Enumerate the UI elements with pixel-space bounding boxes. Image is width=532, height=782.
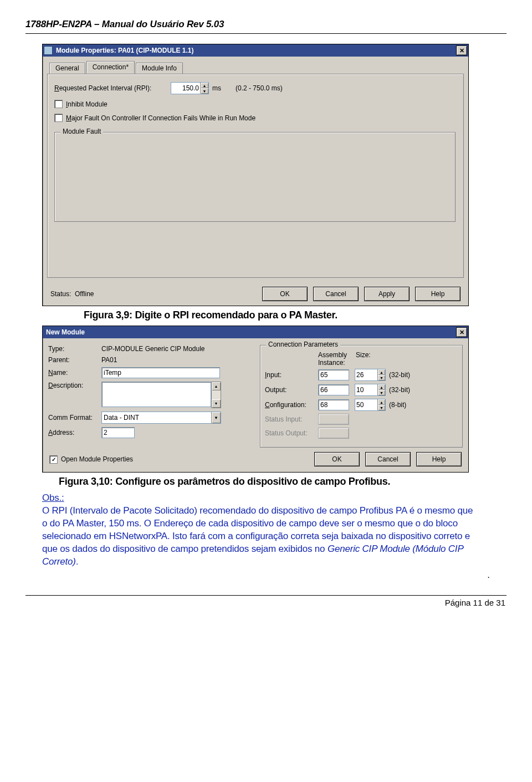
input-instance[interactable] (318, 369, 349, 380)
figure-caption-1: Figura 3,9: Digite o RPI recomendado par… (84, 309, 507, 321)
new-module-window: New Module ✕ Type: CIP-MODULE Generic CI… (42, 326, 469, 473)
rpi-input[interactable] (171, 83, 200, 94)
obs-label: Obs.: (42, 492, 71, 505)
major-fault-label: Major Fault On Controller If Connection … (66, 114, 255, 122)
config-label: Configuration: (265, 401, 318, 409)
input-size[interactable] (355, 369, 377, 380)
open-module-properties-label: Open Module Properties (61, 455, 133, 463)
output-label: Output: (265, 386, 318, 394)
rpi-label: Requested Packet Interval (RPI): (54, 84, 171, 92)
type-label: Type: (48, 345, 101, 353)
config-unit: (8-bit) (389, 401, 406, 409)
figure-caption-2: Figura 3,10: Configure os parâmetros do … (59, 476, 507, 488)
module-fault-groupbox: Module Fault (54, 132, 456, 222)
name-input[interactable] (101, 367, 220, 378)
inhibit-checkbox[interactable] (54, 100, 63, 108)
comm-format-combo[interactable]: ▼ (101, 412, 221, 424)
status-output-label: Status Output: (265, 429, 318, 437)
parent-value: PA01 (101, 356, 117, 364)
spin-down-icon[interactable]: ▼ (377, 375, 385, 380)
spin-up-icon[interactable]: ▲ (377, 369, 385, 375)
spin-up-icon[interactable]: ▲ (200, 83, 208, 88)
footer-rule (25, 595, 507, 596)
comm-format-input[interactable] (102, 412, 211, 423)
connection-parameters-groupbox: Connection Parameters Assembly Instance:… (260, 345, 463, 448)
status-input-instance (318, 414, 349, 425)
module-properties-window: Module Properties: PA01 (CIP-MODULE 1.1)… (42, 44, 469, 306)
obs-trail: . (76, 556, 79, 567)
output-unit: (32-bit) (389, 386, 410, 394)
spin-down-icon[interactable]: ▼ (377, 390, 385, 395)
scroll-track[interactable] (212, 390, 221, 399)
tab-bar: General Connection* Module Info (44, 58, 467, 74)
header-rule (25, 33, 507, 34)
spin-down-icon[interactable]: ▼ (200, 88, 208, 94)
status-label: Status: (50, 290, 71, 298)
comm-format-label: Comm Format: (48, 414, 101, 422)
window-title: New Module (46, 328, 456, 336)
config-size[interactable] (355, 399, 377, 410)
rpi-unit: ms (212, 84, 221, 92)
scroll-down-icon[interactable]: ▼ (212, 399, 221, 408)
help-button[interactable]: Help (415, 287, 461, 301)
output-size-spinner[interactable]: ▲▼ (355, 384, 386, 396)
close-button[interactable]: ✕ (456, 327, 467, 337)
ok-button[interactable]: OK (314, 452, 360, 466)
parent-label: Parent: (48, 356, 101, 364)
doc-header: 1788HP-EN2PA – Manual do Usuário Rev 5.0… (25, 19, 507, 30)
status-row: Status: Offline OK Cancel Apply Help (44, 282, 467, 301)
config-instance[interactable] (318, 399, 349, 410)
window-title: Module Properties: PA01 (CIP-MODULE 1.1) (56, 47, 456, 54)
module-fault-legend: Module Fault (60, 128, 103, 135)
inhibit-label: Inhibit Module (66, 100, 108, 108)
spin-up-icon[interactable]: ▲ (377, 399, 385, 405)
name-label: Name: (48, 369, 101, 377)
tab-connection[interactable]: Connection* (86, 61, 135, 74)
trailing-dot: . (25, 570, 490, 581)
output-instance[interactable] (318, 384, 349, 395)
config-size-spinner[interactable]: ▲▼ (355, 399, 386, 411)
status-input-label: Status Input: (265, 415, 318, 423)
connection-parameters-legend: Connection Parameters (266, 341, 340, 348)
scroll-up-icon[interactable]: ▲ (212, 382, 221, 390)
chevron-down-icon[interactable]: ▼ (211, 412, 221, 423)
address-label: Address: (48, 429, 101, 436)
description-input[interactable] (101, 382, 211, 407)
major-fault-checkbox[interactable] (54, 114, 63, 122)
type-value: CIP-MODULE Generic CIP Module (101, 345, 205, 353)
help-button[interactable]: Help (416, 452, 462, 466)
rpi-range: (0.2 - 750.0 ms) (236, 84, 283, 92)
ok-button[interactable]: OK (262, 287, 308, 301)
input-label: Input: (265, 371, 318, 379)
scrollbar[interactable]: ▲ ▼ (211, 382, 221, 408)
header-assembly-instance: Assembly Instance: (318, 351, 356, 367)
input-size-spinner[interactable]: ▲▼ (355, 369, 386, 381)
rpi-spinner[interactable]: ▲ ▼ (171, 82, 209, 94)
titlebar: New Module ✕ (43, 326, 468, 338)
input-unit: (32-bit) (389, 371, 410, 379)
close-button[interactable]: ✕ (456, 45, 467, 55)
app-icon (44, 46, 53, 55)
cancel-button[interactable]: Cancel (313, 287, 359, 301)
address-input[interactable] (101, 427, 135, 438)
obs-paragraph: Obs.: O RPI (Intervalo de Pacote Solicit… (42, 492, 490, 568)
description-label: Description: (48, 382, 101, 389)
spin-down-icon[interactable]: ▼ (377, 405, 385, 410)
cancel-button[interactable]: Cancel (365, 452, 411, 466)
apply-button[interactable]: Apply (364, 287, 410, 301)
open-module-properties-checkbox[interactable]: ✓ (49, 455, 58, 464)
tab-panel-connection: Requested Packet Interval (RPI): ▲ ▼ ms … (47, 74, 464, 278)
status-value: Offline (75, 290, 94, 298)
status-output-instance (318, 428, 349, 439)
output-size[interactable] (355, 384, 377, 395)
page-footer: Página 11 de 31 (25, 598, 507, 607)
titlebar: Module Properties: PA01 (CIP-MODULE 1.1)… (43, 44, 468, 57)
header-size: Size: (356, 351, 371, 367)
spin-up-icon[interactable]: ▲ (377, 384, 385, 390)
